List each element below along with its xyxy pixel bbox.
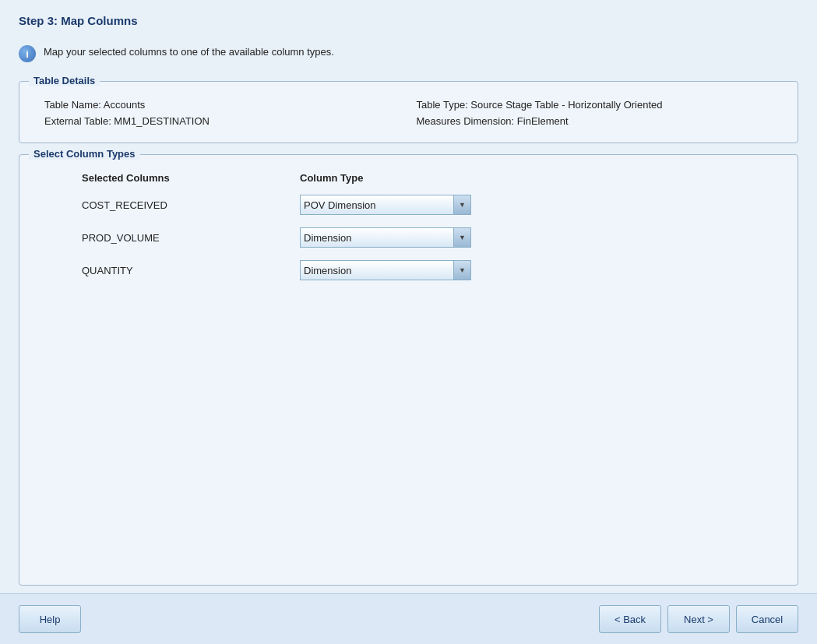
dropdown-arrow-1[interactable]: [453, 228, 470, 247]
column-row-1: PROD_VOLUME POV Dimension Dimension Data…: [82, 227, 774, 248]
column-type-select-0[interactable]: POV Dimension Dimension Data Key: [301, 195, 453, 214]
back-button[interactable]: < Back: [599, 605, 661, 633]
column-row-2: QUANTITY POV Dimension Dimension Data Ke…: [82, 260, 774, 280]
column-type-wrap-2: POV Dimension Dimension Data Key: [300, 260, 774, 280]
column-type-wrap-0: POV Dimension Dimension Data Key: [300, 195, 774, 215]
column-row-0: COST_RECEIVED POV Dimension Dimension Da…: [82, 195, 774, 215]
page-title: Step 3: Map Columns: [19, 14, 798, 27]
measures-dimension: Measures Dimension: FinElement: [417, 115, 773, 127]
col-header-selected: Selected Columns: [82, 172, 300, 184]
cancel-button[interactable]: Cancel: [736, 605, 798, 633]
column-types-label: Select Column Types: [29, 148, 140, 160]
column-types-section: Select Column Types Selected Columns Col…: [19, 154, 798, 586]
column-type-select-2[interactable]: POV Dimension Dimension Data Key: [301, 261, 453, 280]
column-type-select-1[interactable]: POV Dimension Dimension Data Key: [301, 228, 453, 247]
dropdown-arrow-0[interactable]: [453, 195, 470, 214]
info-icon: i: [19, 45, 36, 62]
column-name-1: PROD_VOLUME: [82, 232, 300, 244]
footer: Help < Back Next > Cancel: [0, 593, 817, 644]
column-name-0: COST_RECEIVED: [82, 199, 300, 211]
info-message: Map your selected columns to one of the …: [44, 44, 334, 58]
dropdown-arrow-2[interactable]: [453, 261, 470, 280]
external-table: External Table: MM1_DESTINATION: [44, 115, 401, 127]
footer-right: < Back Next > Cancel: [599, 605, 798, 633]
table-name: Table Name: Accounts: [44, 99, 401, 111]
column-type-wrap-1: POV Dimension Dimension Data Key: [300, 227, 774, 248]
help-button[interactable]: Help: [19, 605, 81, 633]
table-details-label: Table Details: [29, 75, 100, 86]
table-details-section: Table Details Table Name: Accounts Table…: [19, 81, 798, 143]
col-header-type: Column Type: [300, 172, 774, 184]
table-type: Table Type: Source Stage Table - Horizon…: [417, 99, 773, 111]
next-button[interactable]: Next >: [667, 605, 730, 633]
column-name-2: QUANTITY: [82, 265, 300, 276]
